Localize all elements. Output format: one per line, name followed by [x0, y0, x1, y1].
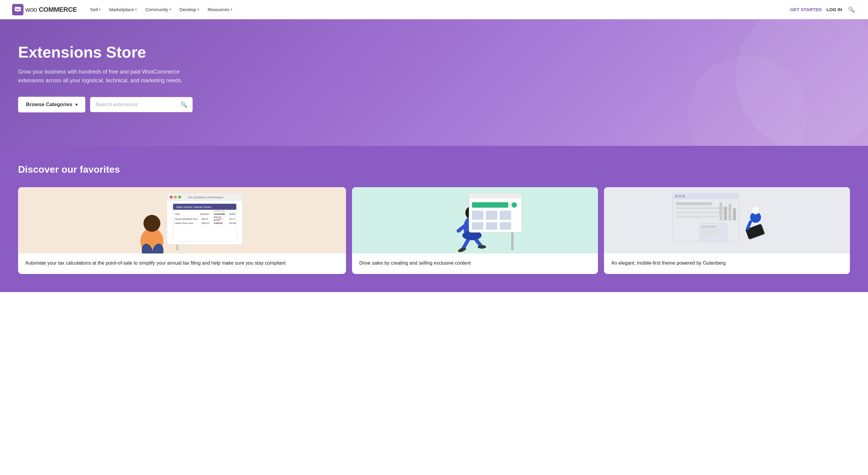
svg-rect-81 — [701, 231, 719, 233]
svg-rect-49 — [469, 196, 522, 199]
svg-rect-58 — [500, 222, 511, 230]
svg-point-64 — [682, 195, 685, 197]
nav-menu: Sell ▾ Marketplace ▾ Community ▾ Develop… — [87, 4, 790, 14]
navbar-actions: GET STARTED LOG IN 🔍 — [790, 5, 856, 14]
card-illustration-theme — [604, 187, 850, 253]
card-illustration-content — [352, 187, 598, 253]
hero-section: Extensions Store Grow your business with… — [0, 19, 868, 146]
svg-text:$26.25: $26.25 — [214, 216, 221, 219]
svg-point-12 — [174, 196, 177, 199]
svg-text:$25.88: $25.88 — [229, 222, 236, 224]
svg-text:TAXES: TAXES — [229, 213, 236, 215]
chevron-down-icon: ▾ — [197, 7, 199, 11]
favorites-section: Discover our favorites — [0, 146, 868, 292]
svg-text:Canvas Basketball Shoe: Canvas Basketball Shoe — [175, 218, 197, 220]
navbar: woo COMMERCE Sell ▾ Marketplace ▾ Commun… — [0, 0, 868, 19]
card-body-tax: Automate your tax calculations at the po… — [18, 253, 346, 274]
chevron-down-icon: ▾ — [169, 7, 171, 11]
card-body-theme: An elegant, mobile-first theme powered b… — [604, 253, 850, 274]
svg-rect-61 — [673, 197, 739, 199]
chevron-down-icon: ▾ — [99, 7, 101, 11]
svg-rect-68 — [676, 216, 718, 218]
card-illustration-tax: Tax Jurisdiction Detail Report Sales Inv… — [18, 187, 346, 253]
svg-point-46 — [478, 245, 486, 249]
chevron-down-icon: ▾ — [230, 7, 232, 11]
svg-rect-53 — [472, 211, 484, 220]
svg-text:$109.00: $109.00 — [214, 222, 222, 225]
svg-text:$300.00: $300.00 — [202, 222, 209, 224]
svg-point-1 — [144, 215, 160, 232]
svg-point-74 — [752, 207, 759, 214]
svg-text:AMOUNT: AMOUNT — [200, 213, 210, 215]
card-tax: Tax Jurisdiction Detail Report Sales Inv… — [18, 187, 346, 274]
svg-text:$1,242.00: $1,242.00 — [214, 213, 224, 216]
svg-rect-57 — [486, 222, 497, 230]
search-extensions-box: 🔍 — [90, 97, 193, 112]
nav-item-resources[interactable]: Resources ▾ — [204, 4, 236, 14]
logo-link[interactable]: woo COMMERCE — [12, 4, 77, 15]
logo-text: woo COMMERCE — [25, 6, 77, 13]
search-icon[interactable]: 🔍 — [847, 5, 856, 14]
svg-point-63 — [679, 195, 681, 197]
svg-text:TOTAL TAX: TOTAL TAX — [214, 210, 225, 212]
svg-point-62 — [675, 195, 678, 197]
search-extensions-input[interactable] — [96, 102, 178, 107]
card-desc-theme: An elegant, mobile-first theme powered b… — [611, 259, 843, 267]
svg-rect-69 — [719, 202, 722, 220]
svg-point-13 — [178, 196, 181, 199]
card-theme: An elegant, mobile-first theme powered b… — [604, 187, 850, 274]
svg-rect-70 — [724, 207, 727, 220]
svg-line-77 — [747, 222, 750, 229]
svg-point-11 — [170, 196, 173, 199]
svg-rect-82 — [701, 234, 713, 236]
hero-subtitle: Grow your business with hundreds of free… — [18, 67, 187, 85]
browse-categories-button[interactable]: Browse Categories ▾ — [18, 97, 85, 113]
svg-rect-80 — [701, 229, 722, 230]
svg-text:$3.70: $3.70 — [229, 218, 235, 220]
nav-item-sell[interactable]: Sell ▾ — [87, 4, 104, 14]
svg-rect-71 — [728, 204, 732, 220]
nav-item-develop[interactable]: Develop ▾ — [176, 4, 203, 14]
hero-title: Extensions Store — [18, 43, 850, 62]
card-body-content: Drive sales by creating and selling excl… — [352, 253, 598, 274]
svg-rect-67 — [676, 211, 724, 214]
svg-text:ITEM: ITEM — [175, 213, 180, 215]
svg-rect-79 — [701, 226, 716, 227]
svg-rect-54 — [486, 211, 497, 220]
svg-rect-65 — [676, 202, 712, 205]
svg-text:$0.00: $0.00 — [214, 219, 220, 222]
favorites-title: Discover our favorites — [18, 164, 850, 175]
svg-rect-55 — [500, 211, 511, 220]
svg-text:$80.00: $80.00 — [202, 218, 208, 220]
svg-text:Leather Dress Shoe: Leather Dress Shoe — [175, 222, 193, 224]
chevron-down-icon: ▾ — [135, 7, 137, 11]
card-content: Drive sales by creating and selling excl… — [352, 187, 598, 274]
svg-rect-51 — [472, 202, 508, 208]
svg-text:Sales Invoice: Nassau Shoes: Sales Invoice: Nassau Shoes — [176, 205, 212, 209]
card-desc-content: Drive sales by creating and selling excl… — [359, 259, 591, 267]
svg-rect-72 — [733, 208, 736, 220]
svg-line-42 — [463, 239, 469, 249]
search-icon[interactable]: 🔍 — [181, 101, 187, 108]
nav-item-community[interactable]: Community ▾ — [142, 4, 175, 14]
nav-item-marketplace[interactable]: Marketplace ▾ — [105, 4, 141, 14]
get-started-button[interactable]: GET STARTED — [790, 7, 822, 12]
svg-rect-56 — [472, 222, 484, 230]
hero-actions: Browse Categories ▾ 🔍 — [18, 97, 850, 113]
logo-box — [12, 4, 24, 15]
card-desc-tax: Automate your tax calculations at the po… — [25, 259, 339, 267]
chevron-down-icon: ▾ — [75, 102, 78, 107]
cards-grid: Tax Jurisdiction Detail Report Sales Inv… — [18, 187, 850, 280]
svg-point-52 — [511, 202, 517, 208]
login-button[interactable]: LOG IN — [827, 7, 842, 12]
svg-text:Tax Jurisdiction Detail Report: Tax Jurisdiction Detail Report — [188, 196, 223, 199]
